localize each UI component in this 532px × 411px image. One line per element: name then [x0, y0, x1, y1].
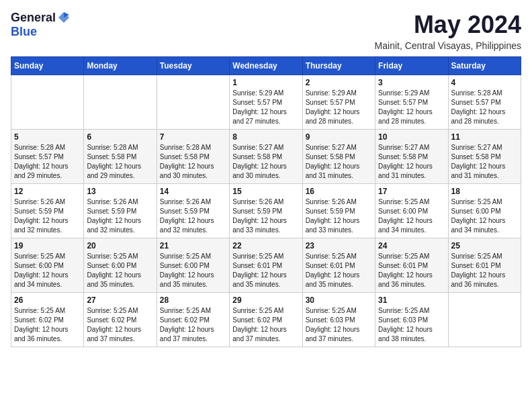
day-number: 2	[306, 78, 372, 87]
calendar-cell-w4-d2: 28Sunrise: 5:25 AMSunset: 6:02 PMDayligh…	[157, 293, 229, 347]
calendar-body: 1Sunrise: 5:29 AMSunset: 5:57 PMDaylight…	[11, 75, 521, 347]
calendar-cell-w0-d3: 1Sunrise: 5:29 AMSunset: 5:57 PMDaylight…	[230, 75, 302, 130]
day-number: 15	[232, 187, 299, 196]
weekday-header-sunday: Sunday	[11, 57, 84, 75]
day-number: 4	[451, 78, 518, 87]
calendar-cell-w1-d3: 8Sunrise: 5:27 AMSunset: 5:58 PMDaylight…	[230, 130, 302, 184]
calendar-cell-w2-d1: 13Sunrise: 5:26 AMSunset: 5:59 PMDayligh…	[84, 184, 157, 238]
day-number: 10	[378, 132, 445, 142]
title-block: May 2024 Mainit, Central Visayas, Philip…	[375, 11, 521, 51]
calendar-cell-w4-d6	[448, 293, 521, 347]
weekday-header-thursday: Thursday	[302, 57, 375, 75]
location-title: Mainit, Central Visayas, Philippines	[375, 40, 521, 51]
day-info: Sunrise: 5:25 AMSunset: 6:02 PMDaylight:…	[14, 306, 81, 344]
calendar-cell-w1-d4: 9Sunrise: 5:27 AMSunset: 5:58 PMDaylight…	[302, 130, 375, 184]
day-info: Sunrise: 5:25 AMSunset: 6:00 PMDaylight:…	[14, 252, 81, 289]
weekday-header-saturday: Saturday	[448, 57, 521, 75]
day-info: Sunrise: 5:25 AMSunset: 6:01 PMDaylight:…	[232, 252, 299, 289]
day-info: Sunrise: 5:29 AMSunset: 5:57 PMDaylight:…	[306, 89, 372, 126]
calendar-cell-w3-d6: 25Sunrise: 5:25 AMSunset: 6:01 PMDayligh…	[448, 238, 521, 293]
day-number: 16	[306, 187, 372, 196]
day-number: 18	[451, 187, 518, 196]
calendar-cell-w3-d3: 22Sunrise: 5:25 AMSunset: 6:01 PMDayligh…	[230, 238, 302, 293]
calendar-cell-w0-d6: 4Sunrise: 5:28 AMSunset: 5:57 PMDaylight…	[448, 75, 521, 130]
calendar-cell-w1-d1: 6Sunrise: 5:28 AMSunset: 5:58 PMDaylight…	[84, 130, 157, 184]
weekday-header-friday: Friday	[375, 57, 448, 75]
day-info: Sunrise: 5:28 AMSunset: 5:58 PMDaylight:…	[160, 143, 226, 181]
day-info: Sunrise: 5:25 AMSunset: 6:02 PMDaylight:…	[87, 306, 153, 344]
day-info: Sunrise: 5:27 AMSunset: 5:58 PMDaylight:…	[451, 143, 518, 181]
day-info: Sunrise: 5:28 AMSunset: 5:57 PMDaylight:…	[14, 143, 81, 181]
day-info: Sunrise: 5:29 AMSunset: 5:57 PMDaylight:…	[378, 89, 445, 126]
day-info: Sunrise: 5:28 AMSunset: 5:57 PMDaylight:…	[451, 89, 518, 126]
day-number: 7	[160, 132, 226, 142]
day-number: 31	[378, 295, 445, 305]
day-info: Sunrise: 5:26 AMSunset: 5:59 PMDaylight:…	[306, 197, 372, 235]
day-info: Sunrise: 5:26 AMSunset: 5:59 PMDaylight:…	[160, 197, 226, 235]
calendar-cell-w0-d4: 2Sunrise: 5:29 AMSunset: 5:57 PMDaylight…	[302, 75, 375, 130]
day-number: 21	[160, 241, 226, 250]
day-info: Sunrise: 5:25 AMSunset: 6:02 PMDaylight:…	[232, 306, 299, 344]
calendar-cell-w1-d6: 11Sunrise: 5:27 AMSunset: 5:58 PMDayligh…	[448, 130, 521, 184]
calendar-header: SundayMondayTuesdayWednesdayThursdayFrid…	[11, 57, 521, 75]
day-number: 24	[378, 241, 445, 250]
day-info: Sunrise: 5:25 AMSunset: 6:03 PMDaylight:…	[306, 306, 372, 344]
logo: General Blue	[11, 11, 71, 39]
calendar-cell-w2-d5: 17Sunrise: 5:25 AMSunset: 6:00 PMDayligh…	[375, 184, 448, 238]
day-number: 6	[87, 132, 153, 142]
page-header: General Blue May 2024 Mainit, Central Vi…	[11, 11, 521, 51]
day-number: 14	[160, 187, 226, 196]
calendar-cell-w0-d2	[157, 75, 229, 130]
day-info: Sunrise: 5:25 AMSunset: 6:00 PMDaylight:…	[451, 197, 518, 235]
calendar-cell-w0-d5: 3Sunrise: 5:29 AMSunset: 5:57 PMDaylight…	[375, 75, 448, 130]
day-number: 20	[87, 241, 153, 250]
calendar-cell-w4-d1: 27Sunrise: 5:25 AMSunset: 6:02 PMDayligh…	[84, 293, 157, 347]
day-info: Sunrise: 5:28 AMSunset: 5:58 PMDaylight:…	[87, 143, 153, 181]
calendar-cell-w3-d1: 20Sunrise: 5:25 AMSunset: 6:00 PMDayligh…	[84, 238, 157, 293]
calendar-cell-w4-d5: 31Sunrise: 5:25 AMSunset: 6:03 PMDayligh…	[375, 293, 448, 347]
day-info: Sunrise: 5:25 AMSunset: 6:01 PMDaylight:…	[378, 252, 445, 289]
day-number: 25	[451, 241, 518, 250]
logo-general: General	[11, 11, 56, 25]
month-title: May 2024	[375, 11, 521, 39]
day-number: 12	[14, 187, 81, 196]
calendar-cell-w4-d3: 29Sunrise: 5:25 AMSunset: 6:02 PMDayligh…	[230, 293, 302, 347]
day-info: Sunrise: 5:25 AMSunset: 6:03 PMDaylight:…	[378, 306, 445, 344]
day-info: Sunrise: 5:26 AMSunset: 5:59 PMDaylight:…	[232, 197, 299, 235]
day-number: 29	[232, 295, 299, 305]
calendar-cell-w4-d4: 30Sunrise: 5:25 AMSunset: 6:03 PMDayligh…	[302, 293, 375, 347]
day-info: Sunrise: 5:26 AMSunset: 5:59 PMDaylight:…	[14, 197, 81, 235]
day-number: 26	[14, 295, 81, 305]
calendar-cell-w3-d2: 21Sunrise: 5:25 AMSunset: 6:00 PMDayligh…	[157, 238, 229, 293]
day-info: Sunrise: 5:29 AMSunset: 5:57 PMDaylight:…	[232, 89, 299, 126]
calendar-cell-w0-d1	[84, 75, 157, 130]
day-number: 5	[14, 132, 81, 142]
calendar-cell-w1-d0: 5Sunrise: 5:28 AMSunset: 5:57 PMDaylight…	[11, 130, 84, 184]
calendar-cell-w2-d4: 16Sunrise: 5:26 AMSunset: 5:59 PMDayligh…	[302, 184, 375, 238]
day-info: Sunrise: 5:27 AMSunset: 5:58 PMDaylight:…	[306, 143, 372, 181]
day-info: Sunrise: 5:25 AMSunset: 6:00 PMDaylight:…	[160, 252, 226, 289]
weekday-header-monday: Monday	[84, 57, 157, 75]
day-number: 23	[306, 241, 372, 250]
calendar-cell-w1-d2: 7Sunrise: 5:28 AMSunset: 5:58 PMDaylight…	[157, 130, 229, 184]
weekday-header-wednesday: Wednesday	[230, 57, 302, 75]
logo-icon	[57, 11, 71, 24]
calendar-cell-w2-d3: 15Sunrise: 5:26 AMSunset: 5:59 PMDayligh…	[230, 184, 302, 238]
day-number: 13	[87, 187, 153, 196]
day-number: 19	[14, 241, 81, 250]
calendar-cell-w3-d4: 23Sunrise: 5:25 AMSunset: 6:01 PMDayligh…	[302, 238, 375, 293]
calendar-cell-w2-d2: 14Sunrise: 5:26 AMSunset: 5:59 PMDayligh…	[157, 184, 229, 238]
calendar-cell-w0-d0	[11, 75, 84, 130]
calendar-table: SundayMondayTuesdayWednesdayThursdayFrid…	[11, 56, 521, 347]
day-info: Sunrise: 5:25 AMSunset: 6:01 PMDaylight:…	[306, 252, 372, 289]
day-number: 17	[378, 187, 445, 196]
day-number: 11	[451, 132, 518, 142]
day-info: Sunrise: 5:25 AMSunset: 6:00 PMDaylight:…	[378, 197, 445, 235]
logo-blue: Blue	[11, 25, 37, 38]
day-number: 30	[306, 295, 372, 305]
calendar-cell-w4-d0: 26Sunrise: 5:25 AMSunset: 6:02 PMDayligh…	[11, 293, 84, 347]
calendar-cell-w1-d5: 10Sunrise: 5:27 AMSunset: 5:58 PMDayligh…	[375, 130, 448, 184]
day-number: 22	[232, 241, 299, 250]
day-info: Sunrise: 5:25 AMSunset: 6:02 PMDaylight:…	[160, 306, 226, 344]
calendar-cell-w2-d6: 18Sunrise: 5:25 AMSunset: 6:00 PMDayligh…	[448, 184, 521, 238]
